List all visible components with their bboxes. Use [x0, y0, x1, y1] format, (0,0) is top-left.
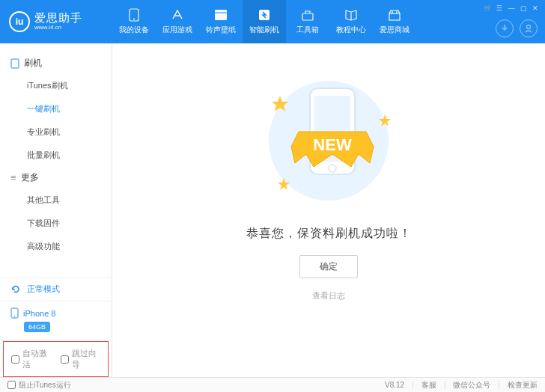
footer: 阻止iTunes运行 V8.12 | 客服 | 微信公众号 | 检查更新 — [0, 377, 545, 392]
nav-label: 我的设备 — [119, 25, 149, 35]
refresh-icon — [10, 284, 21, 295]
nav-tab-ringtones[interactable]: 铃声壁纸 — [199, 0, 243, 43]
sidebar: 刷机 iTunes刷机 一键刷机 专业刷机 批量刷机 ≡ 更多 其他工具 下载固… — [0, 43, 112, 377]
separator: | — [444, 381, 446, 389]
checkbox-prevent-itunes[interactable]: 阻止iTunes运行 — [7, 380, 71, 391]
menu-icon[interactable]: ☰ — [496, 4, 503, 12]
svg-rect-4 — [302, 13, 313, 20]
flash-icon — [257, 8, 272, 22]
sidebar-item-oneclick-flash[interactable]: 一键刷机 — [0, 97, 112, 120]
separator: | — [498, 381, 500, 389]
sidebar-item-other-tools[interactable]: 其他工具 — [0, 189, 112, 212]
wechat-link[interactable]: 微信公众号 — [453, 380, 490, 391]
menu-icon: ≡ — [10, 172, 16, 183]
nav-tab-apps[interactable]: 应用游戏 — [156, 0, 199, 43]
cart-icon[interactable]: 🛒 — [484, 4, 491, 12]
svg-point-1 — [133, 19, 135, 20]
window-controls: 🛒 ☰ — ▢ ✕ — [484, 4, 539, 12]
mode-label: 正常模式 — [27, 284, 60, 295]
check-label: 自动激活 — [22, 348, 52, 370]
success-message: 恭喜您，保资料刷机成功啦！ — [246, 226, 412, 242]
nav-label: 教程中心 — [336, 25, 366, 35]
nav-label: 铃声壁纸 — [206, 25, 236, 35]
separator: | — [412, 381, 414, 389]
svg-rect-5 — [389, 13, 400, 20]
sidebar-item-download-firmware[interactable]: 下载固件 — [0, 212, 112, 235]
user-icon[interactable] — [520, 19, 538, 37]
new-badge-text: NEW — [313, 135, 352, 154]
header-actions — [496, 19, 538, 37]
minimize-icon[interactable]: — — [508, 4, 515, 12]
phone-small-icon — [10, 58, 19, 69]
confirm-button[interactable]: 确定 — [299, 255, 358, 278]
checkbox-skip-guide[interactable]: 跳过向导 — [61, 348, 101, 370]
svg-point-6 — [527, 25, 531, 29]
sidebar-device[interactable]: iPhone 8 64GB — [0, 301, 112, 338]
device-icon — [10, 307, 19, 319]
app-subtitle: www.i4.cn — [34, 25, 82, 31]
footer-label: 阻止iTunes运行 — [19, 380, 71, 391]
nav-label: 应用游戏 — [162, 25, 192, 35]
view-log-link[interactable]: 查看日志 — [312, 290, 345, 301]
logo-icon: iu — [9, 11, 30, 32]
phone-icon — [127, 8, 141, 22]
sidebar-section-flash: 刷机 — [0, 52, 112, 74]
svg-point-9 — [14, 316, 16, 317]
support-link[interactable]: 客服 — [421, 380, 436, 391]
main-content: NEW 恭喜您，保资料刷机成功啦！ 确定 查看日志 — [112, 43, 545, 377]
maximize-icon[interactable]: ▢ — [520, 4, 527, 12]
device-name: iPhone 8 — [23, 309, 55, 318]
nav-label: 爱思商城 — [380, 25, 409, 35]
sidebar-item-pro-flash[interactable]: 专业刷机 — [0, 120, 112, 144]
section-label: 刷机 — [24, 57, 42, 70]
storage-badge: 64GB — [24, 322, 50, 332]
nav-tab-devices[interactable]: 我的设备 — [112, 0, 156, 43]
nav-tab-tutorials[interactable]: 教程中心 — [329, 0, 373, 43]
nav-tabs: 我的设备 应用游戏 铃声壁纸 智能刷机 工具箱 教程中心 爱思商城 — [112, 0, 545, 43]
sidebar-item-advanced[interactable]: 高级功能 — [0, 235, 112, 258]
logo-area: iu 爱思助手 www.i4.cn — [0, 11, 112, 32]
apps-icon — [170, 8, 185, 22]
svg-rect-7 — [11, 59, 19, 68]
book-icon — [344, 8, 359, 22]
version-label: V8.12 — [385, 381, 404, 389]
download-icon[interactable] — [496, 19, 514, 37]
close-icon[interactable]: ✕ — [532, 4, 539, 12]
checkbox-auto-activate[interactable]: 自动激活 — [11, 348, 52, 370]
nav-tab-store[interactable]: 爱思商城 — [373, 0, 416, 43]
app-header: iu 爱思助手 www.i4.cn 我的设备 应用游戏 铃声壁纸 智能刷机 工具… — [0, 0, 545, 43]
check-label: 跳过向导 — [72, 348, 101, 370]
success-illustration: NEW — [246, 66, 411, 208]
store-icon — [387, 8, 402, 22]
toolbox-icon — [300, 8, 315, 22]
app-title: 爱思助手 — [34, 12, 82, 25]
sidebar-item-batch-flash[interactable]: 批量刷机 — [0, 144, 112, 167]
nav-tab-tools[interactable]: 工具箱 — [286, 0, 329, 43]
sidebar-item-itunes-flash[interactable]: iTunes刷机 — [0, 74, 112, 97]
nav-label: 智能刷机 — [249, 25, 279, 35]
svg-rect-2 — [215, 10, 227, 20]
sidebar-mode[interactable]: 正常模式 — [0, 277, 112, 301]
wallpaper-icon — [213, 8, 228, 22]
nav-label: 工具箱 — [296, 25, 319, 35]
update-link[interactable]: 检查更新 — [508, 380, 538, 391]
sidebar-section-more: ≡ 更多 — [0, 167, 112, 189]
section-label: 更多 — [21, 171, 39, 184]
nav-tab-flash[interactable]: 智能刷机 — [243, 0, 286, 43]
sidebar-checks-highlighted: 自动激活 跳过向导 — [3, 341, 109, 377]
